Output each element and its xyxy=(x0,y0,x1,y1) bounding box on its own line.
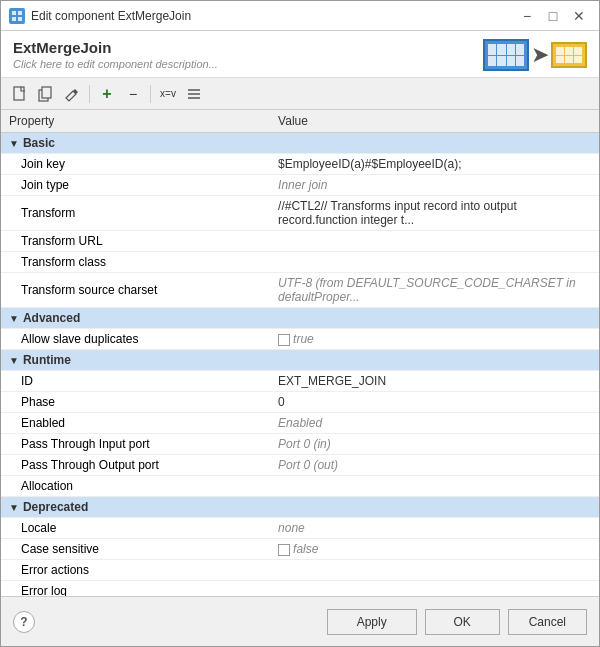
value-cell[interactable]: true xyxy=(270,329,599,350)
properties-table: Property Value ▼BasicJoin key$EmployeeID… xyxy=(1,110,599,596)
property-cell: Allow slave duplicates xyxy=(1,329,270,350)
value-cell[interactable]: false xyxy=(270,539,599,560)
value-cell[interactable] xyxy=(270,560,599,581)
toolbar-menu-btn[interactable] xyxy=(183,83,205,105)
ok-button[interactable]: OK xyxy=(425,609,500,635)
svg-rect-4 xyxy=(14,87,24,100)
table-row[interactable]: Phase0 xyxy=(1,392,599,413)
value-cell[interactable] xyxy=(270,476,599,497)
property-checkbox[interactable] xyxy=(278,334,290,346)
section-header-row[interactable]: ▼Deprecated xyxy=(1,497,599,518)
table-row[interactable]: Transform URL xyxy=(1,231,599,252)
svg-rect-0 xyxy=(12,11,16,15)
section-name: Runtime xyxy=(23,353,71,367)
value-cell[interactable]: UTF-8 (from DEFAULT_SOURCE_CODE_CHARSET … xyxy=(270,273,599,308)
help-button[interactable]: ? xyxy=(13,611,35,633)
property-cell: ID xyxy=(1,371,270,392)
component-description[interactable]: Click here to edit component description… xyxy=(13,58,218,70)
component-icons: ➤ xyxy=(483,39,587,71)
property-cell: Transform class xyxy=(1,252,270,273)
checkbox-value-label: false xyxy=(293,542,318,556)
table-row[interactable]: Pass Through Input portPort 0 (in) xyxy=(1,434,599,455)
table-row[interactable]: Allocation xyxy=(1,476,599,497)
footer-right: Apply OK Cancel xyxy=(327,609,587,635)
section-header-row[interactable]: ▼Runtime xyxy=(1,350,599,371)
table-row[interactable]: Transform source charsetUTF-8 (from DEFA… xyxy=(1,273,599,308)
checkbox-value-label: true xyxy=(293,332,314,346)
value-cell[interactable]: EXT_MERGE_JOIN xyxy=(270,371,599,392)
chevron-icon: ▼ xyxy=(9,138,19,149)
table-row[interactable]: EnabledEnabled xyxy=(1,413,599,434)
property-cell: Join type xyxy=(1,175,270,196)
value-cell[interactable]: $EmployeeID(a)#$EmployeeID(a); xyxy=(270,154,599,175)
component-icon-blue xyxy=(483,39,529,71)
property-cell: Pass Through Input port xyxy=(1,434,270,455)
property-cell: Case sensitive xyxy=(1,539,270,560)
toolbar: + − x=v xyxy=(1,78,599,110)
footer-left: ? xyxy=(13,611,35,633)
toolbar-new-btn[interactable] xyxy=(9,83,31,105)
maximize-button[interactable]: □ xyxy=(541,5,565,27)
table-row[interactable]: Localenone xyxy=(1,518,599,539)
table-row[interactable]: Case sensitivefalse xyxy=(1,539,599,560)
toolbar-xeqv-btn[interactable]: x=v xyxy=(157,83,179,105)
property-cell: Locale xyxy=(1,518,270,539)
section-name: Advanced xyxy=(23,311,80,325)
col-property-header: Property xyxy=(1,110,270,133)
main-window: Edit component ExtMergeJoin − □ ✕ ExtMer… xyxy=(0,0,600,647)
arrow-icon: ➤ xyxy=(531,42,549,68)
toolbar-copy-btn[interactable] xyxy=(35,83,57,105)
property-cell: Transform xyxy=(1,196,270,231)
section-header-row[interactable]: ▼Basic xyxy=(1,133,599,154)
table-row[interactable]: Transform class xyxy=(1,252,599,273)
section-name: Basic xyxy=(23,136,55,150)
table-row[interactable]: Error log xyxy=(1,581,599,597)
title-bar: Edit component ExtMergeJoin − □ ✕ xyxy=(1,1,599,31)
section-name: Deprecated xyxy=(23,500,88,514)
component-icon-yellow xyxy=(551,42,587,68)
section-header-row[interactable]: ▼Advanced xyxy=(1,308,599,329)
value-cell[interactable]: Port 0 (out) xyxy=(270,455,599,476)
minimize-button[interactable]: − xyxy=(515,5,539,27)
cancel-button[interactable]: Cancel xyxy=(508,609,587,635)
table-row[interactable]: Transform//#CTL2// Transforms input reco… xyxy=(1,196,599,231)
table-row[interactable]: Error actions xyxy=(1,560,599,581)
property-cell: Error actions xyxy=(1,560,270,581)
chevron-icon: ▼ xyxy=(9,355,19,366)
window-title: Edit component ExtMergeJoin xyxy=(31,9,515,23)
apply-button[interactable]: Apply xyxy=(327,609,417,635)
component-title: ExtMergeJoin xyxy=(13,39,218,56)
value-cell[interactable]: none xyxy=(270,518,599,539)
value-cell[interactable] xyxy=(270,252,599,273)
close-button[interactable]: ✕ xyxy=(567,5,591,27)
property-cell: Transform URL xyxy=(1,231,270,252)
table-row[interactable]: Pass Through Output portPort 0 (out) xyxy=(1,455,599,476)
svg-rect-6 xyxy=(42,87,51,98)
value-cell[interactable] xyxy=(270,581,599,597)
value-cell[interactable]: //#CTL2// Transforms input record into o… xyxy=(270,196,599,231)
toolbar-edit-btn[interactable] xyxy=(61,83,83,105)
header-left: ExtMergeJoin Click here to edit componen… xyxy=(13,39,218,70)
property-cell: Pass Through Output port xyxy=(1,455,270,476)
value-cell[interactable]: Inner join xyxy=(270,175,599,196)
window-controls: − □ ✕ xyxy=(515,5,591,27)
table-header-row: Property Value xyxy=(1,110,599,133)
footer: ? Apply OK Cancel xyxy=(1,596,599,646)
property-checkbox[interactable] xyxy=(278,544,290,556)
toolbar-remove-btn[interactable]: − xyxy=(122,83,144,105)
properties-table-container: Property Value ▼BasicJoin key$EmployeeID… xyxy=(1,110,599,596)
table-row[interactable]: IDEXT_MERGE_JOIN xyxy=(1,371,599,392)
toolbar-add-btn[interactable]: + xyxy=(96,83,118,105)
table-row[interactable]: Join typeInner join xyxy=(1,175,599,196)
value-cell[interactable] xyxy=(270,231,599,252)
value-cell[interactable]: Enabled xyxy=(270,413,599,434)
toolbar-separator-1 xyxy=(89,85,90,103)
svg-rect-3 xyxy=(18,17,22,21)
property-cell: Error log xyxy=(1,581,270,597)
component-header: ExtMergeJoin Click here to edit componen… xyxy=(1,31,599,78)
value-cell[interactable]: 0 xyxy=(270,392,599,413)
table-row[interactable]: Allow slave duplicatestrue xyxy=(1,329,599,350)
svg-rect-2 xyxy=(12,17,16,21)
table-row[interactable]: Join key$EmployeeID(a)#$EmployeeID(a); xyxy=(1,154,599,175)
value-cell[interactable]: Port 0 (in) xyxy=(270,434,599,455)
